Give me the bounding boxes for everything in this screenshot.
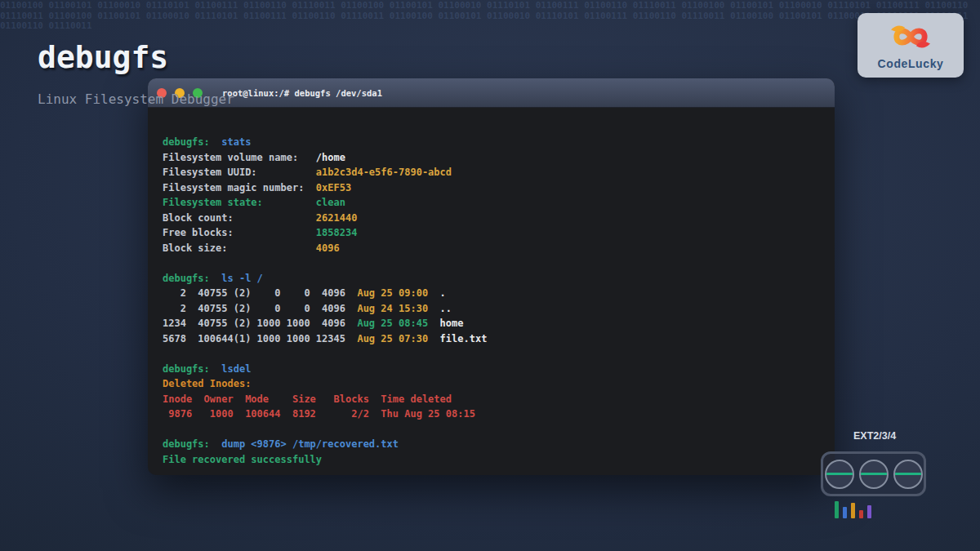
terminal-line: Filesystem state: clean [163, 195, 835, 211]
mini-bar [843, 507, 847, 518]
terminal-line: debugfs: lsdel [163, 362, 835, 377]
terminal-line: debugfs: ls -l / [163, 271, 835, 287]
disk-platter [825, 460, 854, 489]
mini-bar [859, 510, 863, 518]
terminal-line: File recovered successfully [163, 452, 835, 468]
terminal-line: 5678 100644(1) 1000 1000 12345 Aug 25 07… [163, 331, 835, 347]
terminal-line [163, 422, 835, 438]
codelucky-infinity-icon [881, 21, 940, 56]
page-title: debugfs [38, 39, 168, 75]
terminal-line: 9876 1000 100644 8192 2/2 Thu Aug 25 08:… [163, 407, 835, 422]
terminal-line [163, 346, 835, 362]
page-subtitle: Linux Filesystem Debugger [38, 91, 234, 108]
terminal-line: Free blocks: 1858234 [163, 225, 835, 241]
terminal-line: 2 40755 (2) 0 0 4096 Aug 24 15:30 .. [163, 301, 835, 317]
terminal-titlebar: root@linux:/# debugfs /dev/sda1 [148, 78, 835, 108]
brand-name: CodeLucky [878, 57, 944, 70]
mini-bar [867, 505, 871, 518]
terminal-line: Deleted Inodes: [163, 376, 835, 392]
terminal-line: Block size: 4096 [163, 241, 835, 256]
brand-card: CodeLucky [858, 13, 964, 78]
mini-bar [851, 503, 855, 518]
terminal-line: Filesystem UUID: a1b2c3d4-e5f6-7890-abcd [163, 165, 835, 180]
terminal-line: Inode Owner Mode Size Blocks Time delete… [163, 392, 835, 407]
filesystem-type-label: EXT2/3/4 [853, 430, 896, 442]
terminal-line: 1234 40755 (2) 1000 1000 4096 Aug 25 08:… [163, 316, 835, 331]
disk-platter [859, 460, 889, 489]
terminal-line [163, 256, 835, 271]
terminal-line: debugfs: dump <9876> /tmp/recovered.txt [163, 437, 835, 452]
disk-platter [893, 460, 923, 489]
terminal-line: Block count: 2621440 [163, 211, 835, 226]
terminal-title: root@linux:/# debugfs /dev/sda1 [222, 88, 382, 98]
binary-backdrop: 01100100 01100101 01100010 01110101 0110… [0, 1, 980, 32]
terminal-window: root@linux:/# debugfs /dev/sda1 debugfs:… [148, 78, 835, 475]
page: 01100100 01100101 01100010 01110101 0110… [0, 0, 980, 551]
terminal-line: Filesystem magic number: 0xEF53 [163, 180, 835, 196]
terminal-line: debugfs: stats [163, 135, 835, 150]
terminal-line: 2 40755 (2) 0 0 4096 Aug 25 09:00 . [163, 286, 835, 301]
mini-bar [835, 501, 839, 518]
mini-bar-chart [835, 498, 871, 518]
disk-platters-graphic [821, 451, 926, 496]
terminal-body: debugfs: statsFilesystem volume name: /h… [148, 108, 835, 467]
terminal-line: Filesystem volume name: /home [163, 150, 835, 166]
